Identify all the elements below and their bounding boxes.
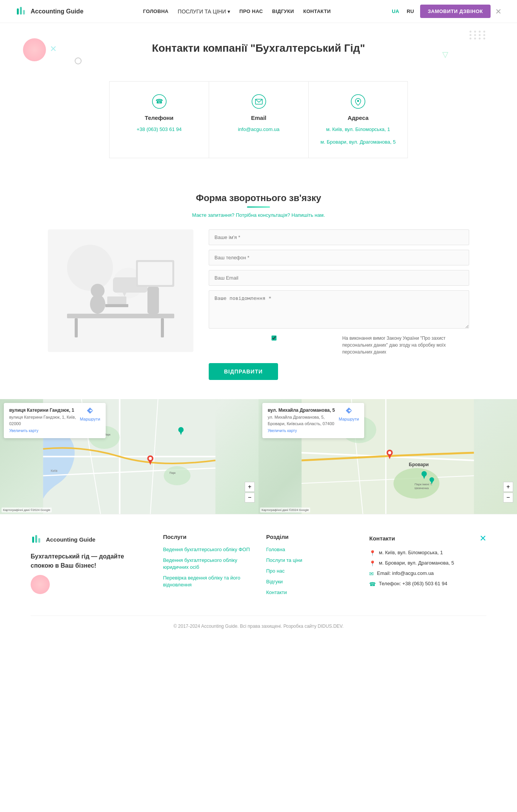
map-brovary-addr1: ул. Михайла Драгоманова, 5, (268, 414, 335, 421)
phone-link[interactable]: +38 (063) 503 61 94 (137, 126, 182, 134)
form-section-divider (31, 206, 486, 208)
map-kyiv-controls: + − (245, 482, 255, 503)
nav-contacts[interactable]: КОНТАКТИ (303, 8, 331, 14)
svg-point-5 (252, 95, 266, 108)
svg-point-37 (178, 427, 184, 432)
decoration-triangle-right: ▽ (442, 50, 448, 59)
map-brovary-attribution: Картографічні дані ©2024 Google (260, 508, 310, 512)
footer-location-icon-2: 📍 (369, 560, 376, 566)
map-kyiv-enlarge[interactable]: Увеличить карту (9, 429, 38, 433)
contact-card-address: Адреса м. Київ, вул. Біломорська, 1 м. Б… (308, 81, 408, 158)
map-kyiv-zoom-out[interactable]: − (245, 493, 255, 503)
map-kyiv-addr1: вулиця Катерини Гандзюк, 1, Київ, (9, 414, 76, 421)
footer-section-home[interactable]: Головна (266, 546, 354, 553)
map-brovary-zoom-in[interactable]: + (503, 482, 513, 492)
map-brovary-title: вул. Михайла Драгоманова, 5 (268, 407, 335, 414)
map-kyiv-title: вулиця Катерини Гандзюк, 1 (9, 407, 76, 414)
svg-point-15 (91, 284, 105, 298)
footer-services: Послуги Ведення бухгалтерського обліку Ф… (163, 534, 251, 600)
svg-rect-2 (23, 10, 25, 15)
form-illustration (48, 229, 193, 352)
footer-logo[interactable]: Accounting Guide (31, 534, 148, 546)
map-brovary-addr2: Бровари, Київська область, 07400 (268, 421, 335, 427)
svg-rect-53 (35, 535, 37, 543)
email-link[interactable]: info@acgu.com.ua (238, 126, 280, 134)
svg-rect-11 (67, 314, 174, 318)
chevron-down-icon: ▾ (227, 8, 230, 15)
svg-rect-13 (161, 318, 164, 337)
location-icon (350, 93, 366, 110)
footer-section-contacts[interactable]: Контакти (266, 589, 354, 596)
footer-services-title: Послуги (163, 534, 251, 540)
decoration-x: ✕ (50, 44, 57, 54)
footer-logo-icon (31, 534, 43, 546)
nav-about[interactable]: ПРО НАС (239, 8, 263, 14)
nav-services[interactable]: ПОСЛУГИ ТА ЦІНИ ▾ (178, 8, 230, 15)
svg-point-8 (357, 100, 359, 102)
divider-line (247, 206, 270, 208)
map-brovary-zoom-out[interactable]: − (503, 493, 513, 503)
map-kyiv-zoom-in[interactable]: + (245, 482, 255, 492)
copyright-text: © 2017-2024 Accounting Guide. Всі права … (173, 624, 344, 629)
footer: Accounting Guide Бухгалтерський гід — до… (0, 514, 517, 640)
footer-contact-email-text: Email: info@acgu.com.ua (377, 570, 434, 576)
footer-section-services[interactable]: Послуги та ціни (266, 557, 354, 564)
email-icon (250, 93, 267, 110)
map-brovary-popup: вул. Михайла Драгоманова, 5 ул. Михайла … (262, 403, 364, 438)
svg-rect-54 (38, 538, 40, 543)
svg-text:☎: ☎ (155, 98, 163, 105)
footer-copyright: © 2017-2024 Accounting Guide. Всі права … (31, 616, 486, 633)
lang-ua-button[interactable]: UA (390, 8, 401, 15)
footer-service-3[interactable]: Перевірка ведення обліку та його відновл… (163, 575, 251, 588)
directions-icon-brovary (345, 407, 353, 414)
logo[interactable]: Accounting Guide (15, 5, 83, 18)
footer-logo-text: Accounting Guide (46, 536, 95, 543)
consent-checkbox[interactable] (209, 336, 339, 341)
form-layout: На виконання вимог Закону України "Про з… (48, 229, 469, 380)
svg-rect-1 (20, 7, 22, 15)
order-call-button[interactable]: ЗАМОВИТИ ДЗВІНОК (420, 5, 491, 18)
footer-circle-decoration (31, 575, 50, 594)
footer-service-1[interactable]: Ведення бухгалтерського обліку ФОП (163, 546, 251, 553)
lang-ru-button[interactable]: RU (405, 8, 416, 15)
footer-contact-brovary-text: м. Бровари, вул. Драгоманова, 5 (379, 560, 454, 566)
map-kyiv-addr2: 02000 (9, 421, 76, 427)
footer-brand: Accounting Guide Бухгалтерський гід — до… (31, 534, 148, 600)
map-kyiv-attribution: Картографічні дані ©2024 Google (2, 508, 52, 512)
svg-rect-23 (138, 262, 172, 285)
map-brovary-directions[interactable]: Маршрути (339, 416, 359, 423)
footer-tagline: Бухгалтерський гід — додайте спокою в Ва… (31, 552, 148, 570)
footer-section-reviews[interactable]: Відгуки (266, 578, 354, 585)
form-section-subtitle: Маєте запитання? Потрібна консультація? … (31, 212, 486, 218)
footer-sections-title: Розділи (266, 534, 354, 540)
feedback-form-section: Форма зворотнього зв'язку Маєте запитанн… (0, 174, 517, 399)
map-kyiv: Київ Парк Парк вулиця Катерини Гандзюк, … (0, 399, 258, 514)
submit-button[interactable]: ВІДПРАВИТИ (209, 363, 278, 380)
decoration-circle (75, 57, 82, 64)
nav-reviews[interactable]: ВІДГУКИ (272, 8, 294, 14)
footer-section-about[interactable]: Про нас (266, 568, 354, 575)
illustration-image (48, 229, 193, 352)
address-brovary: м. Бровари, вул. Драгоманова, 5 (321, 138, 396, 146)
map-kyiv-directions[interactable]: Маршрути (80, 416, 100, 423)
maps-section: Київ Парк Парк вулиця Катерини Гандзюк, … (0, 399, 517, 514)
nav-home[interactable]: ГОЛОВНА (143, 8, 169, 14)
contact-card-phone: ☎ Телефони +38 (063) 503 61 94 (109, 81, 209, 158)
svg-rect-52 (32, 537, 34, 543)
email-input[interactable] (209, 270, 469, 286)
footer-service-2[interactable]: Ведення бухгалтерського обліку юридичних… (163, 557, 251, 571)
decoration-pink-circle (23, 38, 46, 61)
close-nav-icon[interactable]: ✕ (495, 7, 502, 16)
message-input[interactable] (209, 290, 469, 329)
phone-input[interactable] (209, 250, 469, 265)
footer-contact-phone: ☎ Телефон: +38 (063) 503 61 94 (369, 581, 486, 587)
footer-contact-email: ✉ Email: info@acgu.com.ua (369, 570, 486, 577)
footer-contact-kyiv: 📍 м. Київ, вул. Біломорська, 1 (369, 550, 486, 556)
consent-label[interactable]: На виконання вимог Закону України "Про з… (209, 335, 469, 355)
svg-text:Київ: Київ (51, 469, 58, 473)
name-input[interactable] (209, 229, 469, 245)
footer-close-icon[interactable]: ✕ (479, 534, 486, 544)
svg-rect-17 (107, 296, 126, 304)
address-card-title: Адреса (348, 115, 369, 121)
map-brovary-enlarge[interactable]: Увеличить карту (268, 429, 297, 433)
